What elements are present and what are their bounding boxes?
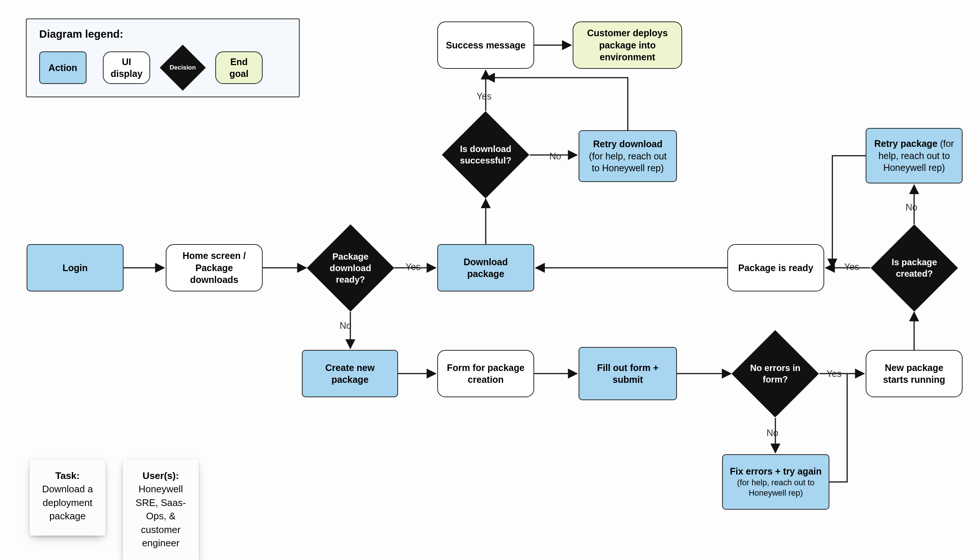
legend-box: Diagram legend: Action UI display Decisi… [26,18,300,97]
node-q-no-errors: No errors in form? [731,330,819,417]
legend-action: Action [39,52,87,84]
label-no-no-errors: No [767,428,779,438]
node-create-new-package: Create new package [302,350,398,397]
label-yes-download-ready: Yes [405,262,421,272]
node-retry-download: Retry download (for help, reach out to H… [579,130,677,182]
node-fill-submit: Fill out form + submit [579,347,677,400]
node-success-message: Success message [437,22,534,69]
label-yes-pkg-created: Yes [844,262,859,272]
node-new-pkg-running: New package starts running [866,350,962,397]
label-yes-download-success: Yes [477,91,492,102]
label-yes-no-errors: Yes [827,368,842,379]
node-q-download-successful: Is download successful? [442,111,529,198]
legend-ui-display: UI display [103,52,150,84]
legend-decision: Decision [160,45,206,91]
label-no-download-ready: No [340,320,352,331]
label-no-pkg-created: No [905,202,917,213]
legend-end-goal: End goal [215,52,263,84]
node-retry-package: Retry package (for help, reach out to Ho… [866,128,962,183]
legend-row: Action UI display Decision End goal [39,52,286,84]
node-fix-errors: Fix errors + try again (for help, reach … [722,454,829,510]
sticky-users: User(s): Honeywell SRE, Saas-Ops, & cust… [123,459,198,560]
label-no-download-success: No [549,151,561,162]
node-pkg-ready: Package is ready [727,244,824,292]
node-download-package: Download package [437,244,534,292]
node-deploy-goal: Customer deploys package into environmen… [573,22,682,69]
node-home-screen: Home screen / Package downloads [166,244,263,292]
node-q-download-ready: Package download ready? [307,224,394,312]
node-form-creation: Form for package creation [437,350,534,397]
sticky-task: Task: Download a deployment package [30,459,105,536]
diagram-canvas: Diagram legend: Action UI display Decisi… [0,0,977,560]
legend-title: Diagram legend: [39,28,286,40]
node-login: Login [27,244,123,292]
node-q-pkg-created: Is package created? [870,224,958,312]
